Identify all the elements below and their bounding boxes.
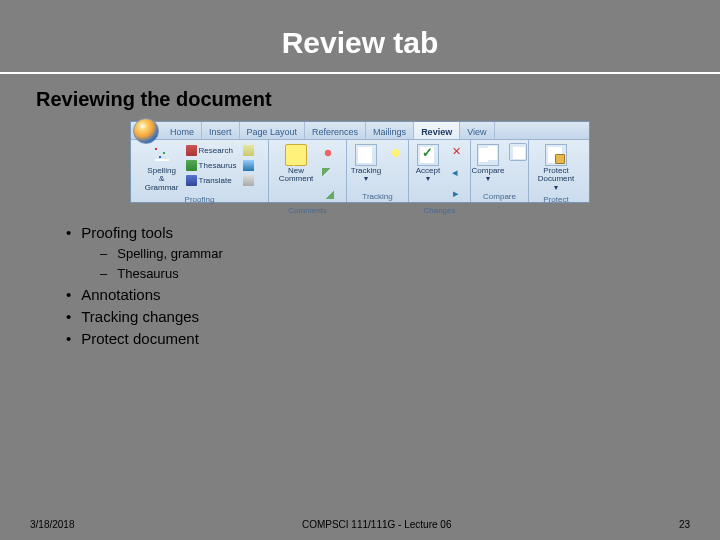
update-icon [243, 145, 254, 156]
tab-home[interactable]: Home [163, 122, 202, 139]
language-icon [243, 160, 254, 171]
next-comment-button[interactable] [319, 186, 337, 204]
protect-document-button[interactable]: Protect Document ▾ [533, 142, 579, 194]
group-protect-label: Protect [532, 194, 580, 205]
reject-button[interactable] [448, 144, 466, 162]
chevron-down-icon: ▾ [364, 175, 368, 183]
subbullet-thesaurus: Thesaurus [100, 266, 720, 281]
compare-icon [477, 144, 499, 166]
research-label: Research [199, 146, 233, 155]
research-button[interactable]: Research [184, 143, 239, 157]
tab-mailings[interactable]: Mailings [366, 122, 414, 139]
slide-footer: 3/18/2018 COMPSCI 111/111G - Lecture 06 … [0, 519, 720, 530]
footer-date: 3/18/2018 [30, 519, 75, 530]
group-changes-label: Changes [412, 205, 467, 216]
new-comment-button[interactable]: New Comment [277, 142, 315, 186]
tab-insert[interactable]: Insert [202, 122, 240, 139]
delete-comment-button[interactable] [319, 144, 337, 162]
tab-review[interactable]: Review [414, 122, 460, 139]
slide-subtitle: Reviewing the document [0, 74, 720, 121]
translate-icon [186, 175, 197, 186]
translate-label: Translate [199, 176, 232, 185]
tab-page-layout[interactable]: Page Layout [240, 122, 306, 139]
update-ime-button[interactable] [241, 143, 256, 157]
balloons-button[interactable] [387, 144, 405, 162]
group-proofing: Spelling & Grammar Research Thesaurus Tr… [131, 140, 269, 202]
translate-button[interactable]: Translate [184, 173, 239, 187]
group-comments: New Comment Comments [269, 140, 347, 202]
compare-button[interactable]: Compare ▾ [471, 142, 505, 186]
word-count-button[interactable] [241, 173, 256, 187]
accept-button[interactable]: Accept ▾ [412, 142, 444, 186]
research-icon [186, 145, 197, 156]
subbullet-spelling: Spelling, grammar [100, 246, 720, 261]
bullet-proofing: Proofing tools [66, 224, 720, 241]
chevron-down-icon: ▾ [554, 184, 558, 192]
wordcount-icon [243, 175, 254, 186]
comment-icon [285, 144, 307, 166]
bullet-tracking: Tracking changes [66, 308, 720, 325]
next-change-button[interactable] [448, 186, 466, 204]
ribbon-body: Spelling & Grammar Research Thesaurus Tr… [131, 140, 589, 202]
word-ribbon: Home Insert Page Layout References Maili… [130, 121, 590, 203]
group-tracking: Tracking ▾ Tracking [347, 140, 409, 202]
previous-comment-button[interactable] [319, 165, 337, 183]
group-compare-label: Compare [474, 191, 525, 202]
previous-change-button[interactable] [448, 165, 466, 183]
protect-icon [545, 144, 567, 166]
group-changes: Accept ▾ Changes [409, 140, 471, 202]
slide-title: Review tab [0, 0, 720, 74]
bullet-annotations: Annotations [66, 286, 720, 303]
group-protect: Protect Document ▾ Protect [529, 140, 583, 202]
bullet-protect: Protect document [66, 330, 720, 347]
thesaurus-icon [186, 160, 197, 171]
thesaurus-label: Thesaurus [199, 161, 237, 170]
group-compare: Compare ▾ Compare [471, 140, 529, 202]
show-source-button[interactable] [509, 143, 527, 161]
footer-course: COMPSCI 111/111G - Lecture 06 [302, 519, 452, 530]
chevron-down-icon: ▾ [426, 175, 430, 183]
tab-view[interactable]: View [460, 122, 494, 139]
group-comments-label: Comments [272, 205, 343, 216]
spelling-grammar-button[interactable]: Spelling & Grammar [143, 142, 181, 194]
group-tracking-label: Tracking [350, 191, 405, 202]
ribbon-tabstrip: Home Insert Page Layout References Maili… [131, 122, 589, 140]
accept-icon [417, 144, 439, 166]
spelling-icon [151, 144, 173, 166]
chevron-down-icon: ▾ [486, 175, 490, 183]
footer-page: 23 [679, 519, 690, 530]
group-proofing-label: Proofing [134, 194, 265, 205]
set-language-button[interactable] [241, 158, 256, 172]
thesaurus-button[interactable]: Thesaurus [184, 158, 239, 172]
tab-references[interactable]: References [305, 122, 366, 139]
track-changes-icon [355, 144, 377, 166]
track-changes-button[interactable]: Tracking ▾ [349, 142, 383, 186]
slide-body: Proofing tools Spelling, grammar Thesaur… [0, 203, 720, 347]
protect-label: Protect Document [534, 167, 578, 184]
spelling-label: Spelling & Grammar [144, 167, 180, 192]
